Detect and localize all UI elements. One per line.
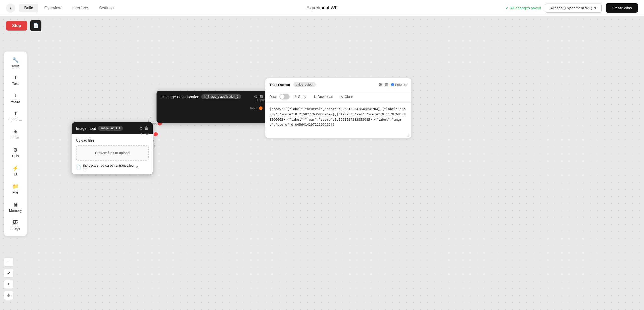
file-remove-button[interactable]: ✕: [136, 165, 139, 169]
zoom-minus-button[interactable]: −: [4, 257, 13, 267]
memory-icon: ◉: [13, 201, 18, 208]
sidebar-item-inputs[interactable]: ⬆ Inputs ...: [4, 107, 27, 125]
upload-label: Upload files: [76, 138, 149, 142]
fit-view-button-2[interactable]: +: [4, 280, 13, 289]
sidebar-item-utils[interactable]: ⚙ Utils: [4, 143, 27, 162]
panel-settings-button[interactable]: ⚙: [378, 82, 382, 87]
sidebar-item-label: Memory: [9, 209, 22, 213]
sidebar-item-el[interactable]: ⚡ El: [4, 162, 27, 180]
sidebar-item-label: Audio: [11, 99, 20, 104]
node-title: Image Input: [76, 126, 96, 131]
nav-tabs: Build Overview Interface Settings: [19, 4, 119, 12]
sidebar-item-label: El: [14, 172, 17, 176]
tab-overview[interactable]: Overview: [39, 4, 66, 12]
sidebar-item-label: Llms: [12, 136, 19, 140]
text-output-panel: Input Text Output value_output ⚙ 🗑 Forwa…: [265, 78, 411, 138]
panel-header: Input Text Output value_output ⚙ 🗑 Forwa…: [265, 78, 411, 91]
aliases-button[interactable]: Aliases (Experiment WF) ▾: [545, 4, 602, 13]
hf-node-id-badge: hf_image_classification_1: [201, 94, 241, 99]
file-icon: 📁: [12, 183, 19, 189]
llms-icon: ◈: [14, 129, 17, 135]
copy-label: Copy: [298, 95, 306, 99]
download-button[interactable]: ⬇ Download: [311, 94, 335, 100]
download-label: Download: [318, 95, 333, 99]
sidebar-item-label: Inputs ...: [9, 118, 22, 122]
clear-label: Clear: [345, 95, 353, 99]
zoom-controls: − ⤢ + ✛: [4, 257, 13, 300]
upload-area[interactable]: Browse files to upload: [76, 145, 149, 161]
raw-label: Raw: [269, 95, 276, 99]
file-item: 📄 the-oscars-red-carpet-entrance.jpg 1 B…: [76, 164, 149, 170]
hf-output-label: Output: [255, 98, 265, 102]
panel-actions: ⚙ 🗑 Forward: [378, 82, 407, 87]
sidebar-item-label: Text: [12, 82, 19, 86]
file-info: the-oscars-red-carpet-entrance.jpg 1 B: [83, 164, 134, 170]
all-changes-status: ✓ All changes saved: [505, 6, 541, 10]
raw-toggle[interactable]: [279, 94, 290, 99]
panel-input-label: Input: [250, 106, 257, 110]
tools-icon: 🔧: [12, 57, 19, 63]
all-changes-label: All changes saved: [510, 6, 541, 10]
inputs-icon: ⬆: [13, 111, 18, 117]
tab-build[interactable]: Build: [19, 4, 38, 12]
panel-title: Text Output: [269, 83, 290, 87]
create-alias-button[interactable]: Create alias: [606, 3, 638, 13]
sidebar-item-text[interactable]: T Text: [4, 72, 27, 89]
fit-view-button[interactable]: ⤢: [4, 269, 13, 278]
sidebar-item-llms[interactable]: ◈ Llms: [4, 125, 27, 143]
stop-button[interactable]: Stop: [6, 21, 27, 31]
text-icon: T: [14, 75, 17, 81]
clear-icon: ✕: [340, 95, 343, 99]
panel-delete-button[interactable]: 🗑: [384, 82, 389, 87]
sidebar-item-file[interactable]: 📁 File: [4, 180, 27, 198]
output-connector: [154, 132, 158, 136]
sidebar-item-image[interactable]: 🖼 Image: [4, 216, 27, 234]
node-settings-button[interactable]: ⚙: [139, 126, 143, 131]
copy-icon: ⎘: [295, 95, 297, 99]
utils-icon: ⚙: [13, 147, 18, 153]
move-button[interactable]: ✛: [4, 291, 13, 300]
sidebar-item-tools[interactable]: 🔧 Tools: [4, 54, 27, 72]
back-button[interactable]: ‹: [6, 4, 15, 13]
output-toolbar: Raw ⎘ Copy ⬇ Download ✕ Clear: [265, 91, 411, 102]
image-icon: 🖼: [13, 220, 18, 225]
page-title: Experiment WF: [306, 5, 338, 11]
file-doc-icon: 📄: [76, 165, 81, 169]
sidebar-item-audio[interactable]: ♪ Audio: [4, 89, 27, 107]
output-content: {"body":[{"label":"neutral","score":0.50…: [265, 102, 411, 138]
output-label: Output: [140, 133, 149, 136]
sidebar-item-memory[interactable]: ◉ Memory: [4, 198, 27, 216]
el-icon: ⚡: [12, 165, 19, 171]
forward-label: Forward: [391, 83, 407, 87]
nav-right: ✓ All changes saved Aliases (Experiment …: [505, 3, 638, 13]
aliases-label: Aliases (Experiment WF): [550, 6, 592, 10]
panel-badge: value_output: [293, 82, 316, 87]
node-id-badge: image_input_1: [98, 126, 123, 131]
image-input-node: Image Input image_input_1 ⚙ 🗑 Upload fil…: [72, 122, 153, 174]
top-nav: ‹ Build Overview Interface Settings Expe…: [0, 0, 644, 16]
resize-handle[interactable]: ⟘: [407, 134, 410, 137]
canvas-area[interactable]: Stop 📄 🔧 Tools T Text ♪ Audio ⬆ Inputs .…: [0, 16, 644, 310]
hf-node-body: [157, 103, 268, 123]
node-delete-button[interactable]: 🗑: [145, 126, 149, 131]
file-name: the-oscars-red-carpet-entrance.jpg: [83, 164, 134, 167]
toggle-thumb: [280, 94, 285, 99]
file-size: 1 B: [83, 167, 134, 170]
canvas-toolbar: Stop 📄: [0, 18, 47, 33]
forward-text: Forward: [395, 83, 407, 87]
forward-dot: [391, 83, 394, 86]
sidebar-item-label: Utils: [12, 154, 19, 158]
chevron-down-icon: ▾: [594, 6, 596, 10]
document-icon: 📄: [33, 23, 39, 29]
tab-settings[interactable]: Settings: [94, 4, 119, 12]
copy-button[interactable]: ⎘ Copy: [293, 94, 308, 100]
hf-node-header: Hf Image Classification hf_image_classif…: [157, 91, 268, 103]
left-sidebar: 🔧 Tools T Text ♪ Audio ⬆ Inputs ... ◈ Ll…: [4, 51, 27, 236]
tab-interface[interactable]: Interface: [67, 4, 93, 12]
clear-button[interactable]: ✕ Clear: [338, 94, 355, 100]
panel-input-area: Input: [250, 106, 263, 110]
sidebar-item-label: Tools: [11, 64, 20, 68]
hf-node-title: Hf Image Classification: [161, 95, 199, 99]
download-icon: ⬇: [313, 95, 316, 99]
doc-button[interactable]: 📄: [30, 20, 41, 31]
